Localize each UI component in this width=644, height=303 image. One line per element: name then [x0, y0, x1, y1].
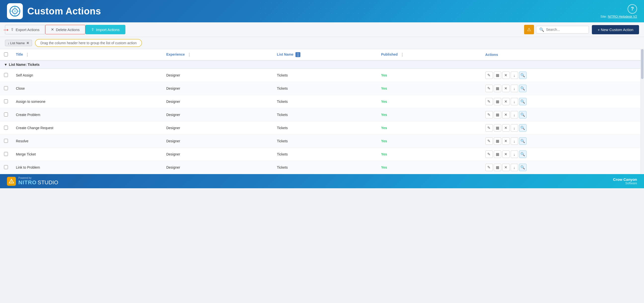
- sort-tag-remove[interactable]: ✖: [26, 41, 29, 45]
- download-button[interactable]: ↓: [511, 85, 518, 92]
- view-button[interactable]: 🔍: [519, 150, 526, 158]
- copy-button[interactable]: ▦: [494, 124, 501, 132]
- copy-button[interactable]: ▦: [494, 85, 501, 92]
- new-custom-action-button[interactable]: + New Custom Action: [592, 25, 639, 34]
- download-button[interactable]: ↓: [511, 150, 518, 158]
- download-button[interactable]: ↓: [511, 98, 518, 105]
- select-all-header: [0, 49, 12, 60]
- copy-button[interactable]: ▦: [494, 111, 501, 118]
- row-experience: Designer: [162, 82, 273, 95]
- download-button[interactable]: ↓: [511, 164, 518, 171]
- export-actions-button[interactable]: ⇧ Export Actions: [5, 25, 45, 34]
- row-experience: Designer: [162, 148, 273, 161]
- row-title: Close: [12, 82, 162, 95]
- row-checkbox[interactable]: [4, 152, 8, 156]
- scrollbar-track[interactable]: [640, 49, 644, 174]
- edit-button[interactable]: ✎: [485, 137, 493, 145]
- col-published[interactable]: Published ⋮: [377, 49, 482, 60]
- site-link[interactable]: NITRO Helpdesk V2: [608, 15, 637, 18]
- crow-canyon-brand: Crow Canyon Software: [613, 177, 637, 185]
- copy-button[interactable]: ▦: [494, 137, 501, 145]
- download-button[interactable]: ↓: [511, 111, 518, 118]
- row-checkbox-cell: [0, 148, 12, 161]
- view-button[interactable]: 🔍: [519, 72, 526, 79]
- experience-col-menu[interactable]: ⋮: [187, 52, 192, 57]
- edit-button[interactable]: ✎: [485, 124, 493, 132]
- row-actions-cell: ✎ ▦ ✕ ↓ 🔍: [482, 148, 644, 161]
- view-button[interactable]: 🔍: [519, 124, 526, 132]
- row-title: Create Problem: [12, 108, 162, 122]
- edit-button[interactable]: ✎: [485, 72, 493, 79]
- row-checkbox-cell: [0, 161, 12, 174]
- view-button[interactable]: 🔍: [519, 98, 526, 105]
- row-list-name: Tickets: [273, 69, 377, 82]
- edit-button[interactable]: ✎: [485, 150, 493, 158]
- table-row: Create Problem Designer Tickets Yes ✎ ▦ …: [0, 108, 644, 122]
- delete-button[interactable]: ✕: [502, 98, 510, 105]
- group-hint: Drag the column header here to group the…: [35, 39, 142, 47]
- row-title: Self Assign: [12, 69, 162, 82]
- view-button[interactable]: 🔍: [519, 85, 526, 92]
- delete-button[interactable]: ✕: [502, 137, 510, 145]
- import-actions-button[interactable]: ⇧ Import Actions: [86, 25, 125, 34]
- delete-button[interactable]: ✕: [502, 85, 510, 92]
- edit-button[interactable]: ✎: [485, 85, 493, 92]
- view-button[interactable]: 🔍: [519, 164, 526, 171]
- row-checkbox[interactable]: [4, 73, 8, 77]
- edit-button[interactable]: ✎: [485, 164, 493, 171]
- row-checkbox[interactable]: [4, 99, 8, 103]
- row-checkbox-cell: [0, 134, 12, 148]
- page-footer: Powered by NITRO STUDIO Crow Canyon Soft…: [0, 174, 644, 188]
- row-checkbox[interactable]: [4, 86, 8, 90]
- col-experience[interactable]: Experience ⋮: [162, 49, 273, 60]
- delete-button[interactable]: ✕: [502, 72, 510, 79]
- delete-button[interactable]: ✕: [502, 111, 510, 118]
- help-icon[interactable]: ?: [628, 4, 637, 14]
- published-col-menu[interactable]: ⋮: [400, 52, 405, 57]
- row-actions-cell: ✎ ▦ ✕ ↓ 🔍: [482, 134, 644, 148]
- copy-button[interactable]: ▦: [494, 72, 501, 79]
- edit-button[interactable]: ✎: [485, 111, 493, 118]
- filter-button[interactable]: ⚠: [524, 25, 534, 34]
- row-checkbox-cell: [0, 95, 12, 108]
- row-title: Assign to someone: [12, 95, 162, 108]
- copy-button[interactable]: ▦: [494, 150, 501, 158]
- download-button[interactable]: ↓: [511, 72, 518, 79]
- col-actions: Actions: [482, 49, 644, 60]
- search-input[interactable]: [546, 28, 586, 32]
- delete-actions-button[interactable]: ✕ Delete Actions: [45, 25, 86, 34]
- col-list-name[interactable]: List Name ⋮: [273, 49, 377, 60]
- header-right: ? Site: NITRO Helpdesk V2: [600, 4, 637, 18]
- copy-button[interactable]: ▦: [494, 98, 501, 105]
- row-published: Yes: [377, 82, 482, 95]
- col-title[interactable]: Title ⋮: [12, 49, 162, 60]
- copy-button[interactable]: ▦: [494, 164, 501, 171]
- view-button[interactable]: 🔍: [519, 111, 526, 118]
- row-experience: Designer: [162, 161, 273, 174]
- search-icon: 🔍: [539, 27, 544, 32]
- edit-button[interactable]: ✎: [485, 98, 493, 105]
- row-list-name: Tickets: [273, 82, 377, 95]
- row-checkbox[interactable]: [4, 126, 8, 130]
- download-button[interactable]: ↓: [511, 137, 518, 145]
- row-experience: Designer: [162, 134, 273, 148]
- delete-button[interactable]: ✕: [502, 124, 510, 132]
- row-experience: Designer: [162, 95, 273, 108]
- table-row: Close Designer Tickets Yes ✎ ▦ ✕ ↓ 🔍: [0, 82, 644, 95]
- view-button[interactable]: 🔍: [519, 137, 526, 145]
- row-list-name: Tickets: [273, 134, 377, 148]
- download-button[interactable]: ↓: [511, 124, 518, 132]
- delete-button[interactable]: ✕: [502, 150, 510, 158]
- row-checkbox[interactable]: [4, 112, 8, 116]
- title-col-menu[interactable]: ⋮: [25, 52, 30, 57]
- row-actions-cell: ✎ ▦ ✕ ↓ 🔍: [482, 122, 644, 134]
- scrollbar-thumb[interactable]: [641, 49, 644, 79]
- row-checkbox[interactable]: [4, 139, 8, 143]
- delete-button[interactable]: ✕: [502, 164, 510, 171]
- sort-tag: ↓ List Name ✖: [5, 40, 32, 46]
- table-body: ▼List Name: Tickets Self Assign Designer…: [0, 60, 644, 174]
- delete-icon: ✕: [51, 27, 54, 32]
- select-all-checkbox[interactable]: [4, 52, 8, 56]
- list-name-col-menu[interactable]: ⋮: [296, 52, 300, 57]
- row-checkbox[interactable]: [4, 165, 8, 169]
